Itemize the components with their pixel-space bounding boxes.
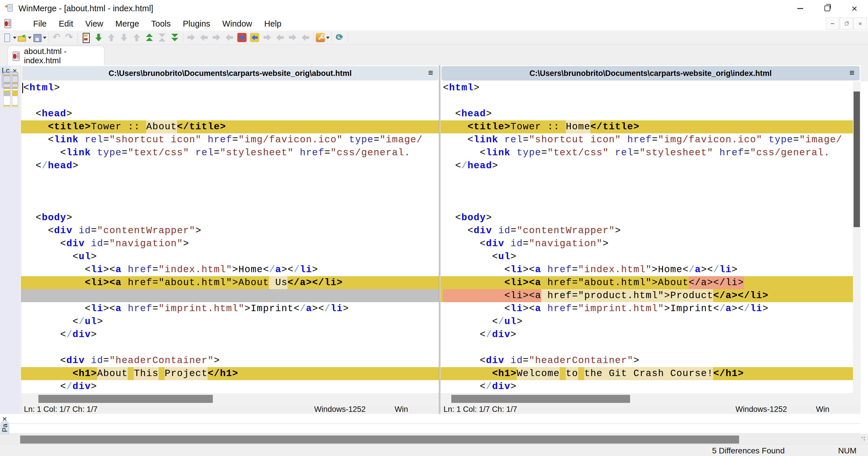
redo-button[interactable] <box>63 31 75 44</box>
difference-marker[interactable] <box>12 105 18 107</box>
all-left-button[interactable] <box>249 31 261 44</box>
code-line[interactable]: <title>Tower :: About</title> <box>21 120 439 133</box>
code-line[interactable]: <div id="navigation"> <box>21 237 439 250</box>
refresh-button[interactable] <box>334 31 346 44</box>
vscroll-thumb[interactable] <box>854 91 860 227</box>
code-line[interactable]: <li><a href="about.html">About</a></li> <box>441 276 861 289</box>
code-line[interactable]: <link rel="shortcut icon" href="img/favi… <box>21 133 439 146</box>
location-pane[interactable]: Lc × <box>0 65 20 414</box>
left-pane-header[interactable]: C:\Users\brunobrito\Documents\carparts-w… <box>22 66 438 81</box>
copy-left-file-button[interactable] <box>274 31 286 44</box>
code-line[interactable] <box>21 185 439 198</box>
menu-item-window[interactable]: Window <box>216 18 258 30</box>
app-hscroll-thumb[interactable] <box>20 435 739 444</box>
new-button-dropdown-icon[interactable] <box>13 37 17 41</box>
right-pane-menu-icon[interactable]: ≡ <box>849 68 855 78</box>
previous-difference-button[interactable] <box>105 31 117 44</box>
options-menu-button[interactable] <box>316 31 330 44</box>
difference-marker[interactable] <box>12 90 18 96</box>
menu-item-plugins[interactable]: Plugins <box>177 18 216 30</box>
code-line[interactable] <box>441 185 861 198</box>
code-line[interactable]: </head> <box>21 159 439 172</box>
difference-marker[interactable] <box>4 105 10 107</box>
left-hscroll-thumb[interactable] <box>38 395 213 403</box>
next-difference-button[interactable] <box>93 31 105 44</box>
left-code-editor[interactable]: <html> <head> <title>Tower :: About</tit… <box>21 81 439 393</box>
difference-marker[interactable] <box>4 92 10 96</box>
tab-about-index[interactable]: about.html - index.html <box>7 46 104 65</box>
options-menu-button-dropdown-icon[interactable] <box>326 37 330 41</box>
code-line[interactable] <box>21 289 439 302</box>
code-line[interactable]: <h1>About This Project</h1> <box>21 367 439 380</box>
code-line[interactable]: <div id="headerContainer"> <box>21 354 439 367</box>
code-line[interactable]: <ul> <box>441 250 861 263</box>
code-line[interactable]: <li><a href="product.html">Product</a></… <box>441 289 861 302</box>
menu-item-merge[interactable]: Merge <box>109 18 145 30</box>
location-viewport-indicator[interactable] <box>2 71 19 89</box>
open-button-dropdown-icon[interactable] <box>28 37 31 41</box>
code-line[interactable]: </div> <box>21 328 439 341</box>
view-whitespace-toggle[interactable] <box>80 31 92 44</box>
code-line[interactable]: <li><a href="imprint.html">Imprint</a></… <box>441 302 861 315</box>
code-line[interactable]: <head> <box>21 107 439 120</box>
code-line[interactable] <box>441 172 861 185</box>
mdi-close-button[interactable]: × <box>854 18 867 30</box>
code-line[interactable]: <head> <box>441 107 861 120</box>
code-line[interactable]: <ul> <box>21 250 439 263</box>
last-difference-button[interactable] <box>169 31 181 44</box>
menu-item-view[interactable]: View <box>79 18 109 30</box>
right-pane-header[interactable]: C:\Users\brunobrito\Documents\carparts-w… <box>441 66 860 81</box>
code-line[interactable] <box>441 341 861 354</box>
code-line[interactable]: <li><a href="index.html">Home</a></li> <box>441 263 861 276</box>
app-horizontal-scrollbar[interactable] <box>0 434 868 445</box>
new-button[interactable] <box>2 31 17 44</box>
mdi-restore-button[interactable] <box>840 18 853 30</box>
code-line[interactable]: <link type="text/css" rel="stylesheet" h… <box>441 146 861 159</box>
menu-item-help[interactable]: Help <box>258 18 287 30</box>
code-line[interactable] <box>441 94 861 107</box>
left-horizontal-scrollbar[interactable] <box>21 393 439 405</box>
first-difference-button[interactable] <box>143 31 155 44</box>
next-conflict-button[interactable] <box>118 31 130 44</box>
copy-right-file-button[interactable] <box>261 31 273 44</box>
close-button[interactable]: × <box>841 0 868 17</box>
code-line[interactable] <box>441 198 861 211</box>
copy-right-and-advance-button[interactable] <box>211 31 223 44</box>
previous-conflict-button[interactable] <box>131 31 143 44</box>
right-horizontal-scrollbar[interactable] <box>441 393 861 405</box>
code-line[interactable]: <li><a href="about.html">About Us</a></l… <box>21 276 439 289</box>
save-button[interactable] <box>32 31 46 44</box>
right-hscroll-thumb[interactable] <box>451 395 630 403</box>
vertical-scrollbar[interactable] <box>853 81 861 393</box>
code-line[interactable]: </div> <box>441 380 861 393</box>
code-line[interactable]: <li><a href="index.html">Home</a></li> <box>21 263 439 276</box>
move-right-file-button[interactable] <box>287 31 299 44</box>
undo-button[interactable] <box>51 31 63 44</box>
current-difference-button[interactable] <box>156 31 168 44</box>
code-line[interactable]: </div> <box>21 380 439 393</box>
copy-left-and-advance-button[interactable] <box>223 31 235 44</box>
code-line[interactable]: </div> <box>441 328 861 341</box>
code-line[interactable]: <li><a href="imprint.html">Imprint</a></… <box>21 302 439 315</box>
code-line[interactable] <box>21 341 439 354</box>
code-line[interactable] <box>21 198 439 211</box>
code-line[interactable]: <title>Tower :: Home</title> <box>441 120 861 133</box>
code-line[interactable] <box>21 94 439 107</box>
code-line[interactable]: </head> <box>441 159 861 172</box>
menu-item-tools[interactable]: Tools <box>145 18 177 30</box>
save-button-dropdown-icon[interactable] <box>43 37 46 41</box>
move-left-file-button[interactable] <box>299 31 311 44</box>
code-line[interactable]: </ul> <box>21 315 439 328</box>
code-line[interactable]: <html> <box>441 81 861 94</box>
code-line[interactable]: <link type="text/css" rel="stylesheet" h… <box>21 146 439 159</box>
code-line[interactable]: <body> <box>441 211 861 224</box>
code-line[interactable] <box>21 172 439 185</box>
code-line[interactable]: <div id="navigation"> <box>441 237 861 250</box>
code-line[interactable]: <link rel="shortcut icon" href="img/favi… <box>441 133 861 146</box>
code-line[interactable]: <div id="contentWrapper"> <box>21 224 439 237</box>
menu-item-file[interactable]: File <box>27 18 53 30</box>
left-pane-menu-icon[interactable]: ≡ <box>428 68 433 78</box>
mdi-minimize-button[interactable] <box>826 18 839 30</box>
code-line[interactable]: <html> <box>21 81 439 94</box>
right-code-editor[interactable]: <html> <head> <title>Tower :: Home</titl… <box>441 81 861 393</box>
